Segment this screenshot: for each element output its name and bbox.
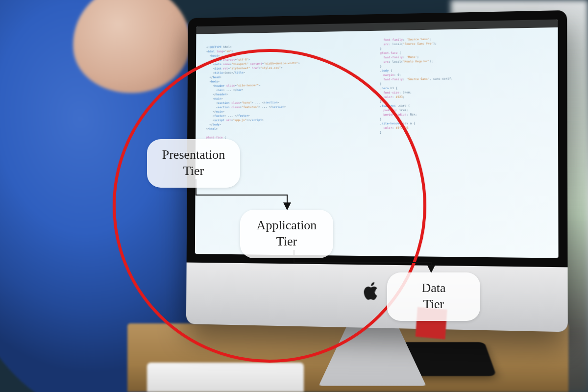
tier-label: Tier xyxy=(161,163,226,179)
tier-node-data: Data Tier xyxy=(387,272,480,321)
tier-label: Tier xyxy=(254,234,319,250)
macos-menubar xyxy=(196,20,558,34)
tier-label: Tier xyxy=(401,296,466,313)
tier-label: Presentation xyxy=(161,147,226,163)
tier-node-presentation: Presentation Tier xyxy=(147,139,240,188)
scene: <!DOCTYPE html> <html lang="en"> <head> … xyxy=(0,0,588,392)
tier-label: Data xyxy=(401,280,466,296)
tier-node-application: Application Tier xyxy=(240,210,333,258)
emphasis-circle xyxy=(113,49,426,363)
tier-label: Application xyxy=(254,218,319,234)
keyboard xyxy=(147,363,304,392)
